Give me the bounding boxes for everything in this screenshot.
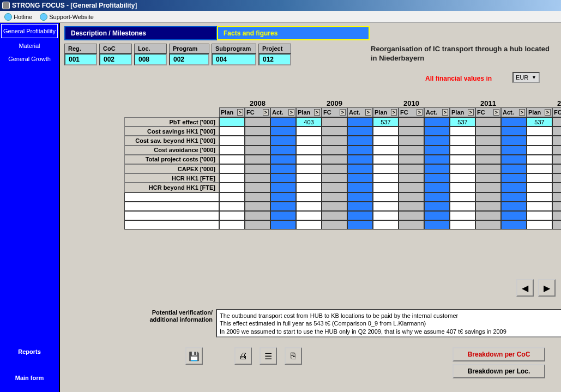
- grid-cell[interactable]: [424, 192, 450, 202]
- grid-cell[interactable]: [552, 136, 561, 145]
- grid-cell[interactable]: [424, 155, 450, 164]
- idval-coc[interactable]: 002: [99, 53, 132, 65]
- grid-cell[interactable]: [347, 173, 373, 183]
- grid-cell[interactable]: [475, 136, 501, 145]
- grid-cell[interactable]: [450, 220, 475, 230]
- sidebar-item-general-growth[interactable]: General Growth: [0, 52, 59, 65]
- grid-cell[interactable]: [245, 136, 270, 145]
- grid-cell[interactable]: [296, 136, 322, 145]
- grid-cell[interactable]: [475, 202, 501, 211]
- grid-cell[interactable]: [245, 192, 270, 202]
- grid-cell[interactable]: [527, 192, 552, 202]
- grid-cell[interactable]: [373, 173, 399, 183]
- grid-cell[interactable]: [399, 173, 424, 183]
- grid-cell[interactable]: [296, 192, 322, 202]
- grid-cell[interactable]: [245, 126, 270, 136]
- grid-cell[interactable]: [424, 117, 450, 126]
- grid-cell[interactable]: [424, 126, 450, 136]
- grid-cell[interactable]: [527, 164, 552, 173]
- grid-cell[interactable]: [399, 220, 424, 230]
- grid-cell[interactable]: [552, 126, 561, 136]
- expand-icon[interactable]: >: [237, 109, 243, 116]
- idval-program[interactable]: 002: [169, 53, 209, 65]
- grid-cell[interactable]: [450, 164, 475, 173]
- grid-cell[interactable]: [347, 136, 373, 145]
- grid-cell[interactable]: [270, 211, 296, 220]
- grid-cell[interactable]: [501, 136, 527, 145]
- idval-subprogram[interactable]: 004: [212, 53, 256, 65]
- grid-cell[interactable]: [296, 164, 322, 173]
- menu-support[interactable]: Support-Website: [40, 13, 94, 21]
- grid-cell[interactable]: [527, 183, 552, 192]
- grid-cell[interactable]: [475, 146, 501, 155]
- grid-cell[interactable]: [527, 126, 552, 136]
- grid-cell[interactable]: 537: [373, 117, 399, 126]
- col-header-plan[interactable]: Plan>: [450, 107, 475, 117]
- grid-cell[interactable]: [270, 183, 296, 192]
- grid-cell[interactable]: [296, 126, 322, 136]
- col-header-act[interactable]: Act.>: [501, 107, 527, 117]
- grid-cell[interactable]: [347, 126, 373, 136]
- grid-cell[interactable]: [424, 211, 450, 220]
- expand-icon[interactable]: >: [519, 109, 525, 116]
- form-button[interactable]: ☰: [260, 347, 277, 365]
- grid-cell[interactable]: [270, 164, 296, 173]
- grid-cell[interactable]: [270, 173, 296, 183]
- grid-cell[interactable]: [501, 211, 527, 220]
- grid-cell[interactable]: [219, 126, 245, 136]
- grid-cell[interactable]: [450, 155, 475, 164]
- grid-cell[interactable]: [347, 146, 373, 155]
- grid-cell[interactable]: [219, 220, 245, 230]
- grid-cell[interactable]: [219, 146, 245, 155]
- grid-cell[interactable]: [219, 192, 245, 202]
- grid-cell[interactable]: [501, 173, 527, 183]
- grid-cell[interactable]: [373, 220, 399, 230]
- sidebar-item-material[interactable]: Material: [0, 39, 59, 52]
- tab-description[interactable]: Description / Milestones: [64, 26, 217, 40]
- grid-cell[interactable]: [347, 192, 373, 202]
- nav-prev-button[interactable]: ◀: [516, 279, 534, 297]
- grid-cell[interactable]: [399, 211, 424, 220]
- grid-cell[interactable]: [270, 155, 296, 164]
- grid-cell[interactable]: [373, 146, 399, 155]
- expand-icon[interactable]: >: [417, 109, 423, 116]
- grid-cell[interactable]: [399, 155, 424, 164]
- grid-cell[interactable]: [501, 126, 527, 136]
- col-header-act[interactable]: Act.>: [270, 107, 296, 117]
- grid-cell[interactable]: [475, 155, 501, 164]
- grid-cell[interactable]: 537: [450, 117, 475, 126]
- grid-cell[interactable]: [296, 183, 322, 192]
- col-header-plan[interactable]: Plan>: [219, 107, 245, 117]
- grid-cell[interactable]: 403: [296, 117, 322, 126]
- grid-cell[interactable]: [296, 155, 322, 164]
- grid-cell[interactable]: [373, 202, 399, 211]
- grid-cell[interactable]: [501, 155, 527, 164]
- grid-cell[interactable]: [424, 146, 450, 155]
- grid-cell[interactable]: [219, 164, 245, 173]
- print-button[interactable]: 🖨: [234, 347, 252, 365]
- tab-facts[interactable]: Facts and figures: [217, 26, 370, 40]
- grid-cell[interactable]: [270, 202, 296, 211]
- grid-cell[interactable]: [296, 173, 322, 183]
- grid-cell[interactable]: [245, 220, 270, 230]
- grid-cell[interactable]: [527, 136, 552, 145]
- grid-cell[interactable]: [373, 136, 399, 145]
- grid-cell[interactable]: [322, 192, 347, 202]
- grid-cell[interactable]: [296, 146, 322, 155]
- grid-cell[interactable]: [475, 183, 501, 192]
- grid-cell[interactable]: [552, 164, 561, 173]
- grid-cell[interactable]: [450, 192, 475, 202]
- expand-icon[interactable]: >: [340, 109, 346, 116]
- grid-cell[interactable]: [399, 146, 424, 155]
- grid-cell[interactable]: [245, 211, 270, 220]
- grid-cell[interactable]: [347, 117, 373, 126]
- grid-cell[interactable]: [322, 183, 347, 192]
- col-header-plan[interactable]: Plan>: [373, 107, 399, 117]
- col-header-fc[interactable]: FC>: [399, 107, 424, 117]
- expand-icon[interactable]: >: [288, 109, 294, 116]
- grid-cell[interactable]: [399, 202, 424, 211]
- col-header-fc[interactable]: FC>: [322, 107, 347, 117]
- grid-cell[interactable]: [475, 117, 501, 126]
- sidebar-item-main-form[interactable]: Main form: [0, 371, 59, 384]
- grid-cell[interactable]: [245, 146, 270, 155]
